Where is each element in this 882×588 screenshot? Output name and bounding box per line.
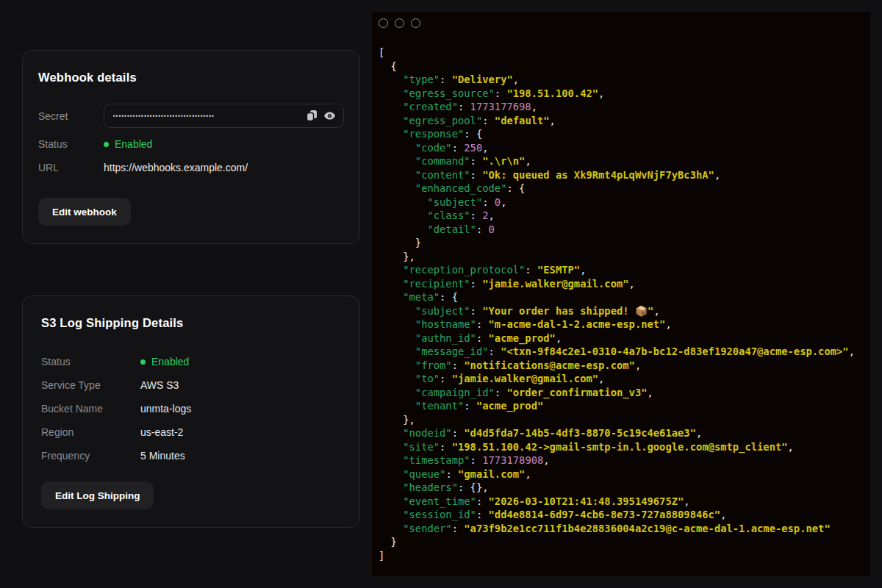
s3-frequency-value: 5 Minutes: [140, 450, 185, 462]
json-line: },: [379, 250, 870, 264]
window-controls: [372, 12, 870, 28]
json-line: "timestamp": 1773178908,: [379, 453, 870, 467]
s3-bucket-name-label: Bucket Name: [41, 403, 103, 415]
json-line: "subject": 0,: [379, 196, 870, 209]
eye-icon[interactable]: [323, 110, 336, 122]
status-dot-icon: [140, 359, 146, 365]
json-line: "nodeid": "d4d5fda7-14b5-4df3-8870-5c19c…: [379, 426, 870, 440]
webhook-url-value: https://webhooks.example.com/: [104, 162, 248, 173]
json-line: ]: [379, 549, 870, 563]
s3-service-type-label: Service Type: [41, 379, 101, 391]
json-line: "created": 1773177698,: [379, 100, 870, 114]
edit-webhook-button[interactable]: Edit webhook: [38, 198, 131, 226]
json-line: "campaign_id": "order_confirmation_v3",: [379, 386, 870, 400]
json-line: }: [379, 535, 870, 549]
json-line: "enhanced_code": {: [379, 182, 870, 196]
json-line: "subject": "Your order has shipped! 📦",: [379, 304, 870, 318]
secret-masked-value: ▪▪▪▪▪▪▪▪▪▪▪▪▪▪▪▪▪▪▪▪▪▪▪▪▪▪▪▪▪▪▪▪▪▪▪▪: [113, 112, 306, 119]
json-line: "command": ".\r\n",: [379, 154, 870, 168]
event-json-terminal: [ { "type": "Delivery", "egress_source":…: [372, 12, 870, 576]
webhook-status-badge: Enabled: [104, 138, 152, 150]
s3-region-value: us-east-2: [140, 426, 183, 438]
json-line: },: [379, 413, 870, 427]
secret-actions: [306, 110, 336, 122]
json-line: "message_id": "<txn-9f84c2e1-0310-4a7b-b…: [379, 345, 870, 359]
webhook-status-value: Enabled: [115, 138, 152, 150]
window-dot-icon[interactable]: [379, 18, 388, 28]
json-line: [: [379, 46, 870, 60]
json-line: "egress_pool": "default",: [379, 114, 870, 128]
json-line: "to": "jamie.walker@gmail.com",: [379, 372, 870, 386]
json-line: "authn_id": "acme_prod",: [379, 331, 870, 345]
json-line: "content": "Ok: queued as Xk9Rmt4pLqWvNj…: [379, 168, 870, 182]
json-line: "code": 250,: [379, 141, 870, 155]
status-dot-icon: [104, 142, 109, 147]
secret-input[interactable]: ▪▪▪▪▪▪▪▪▪▪▪▪▪▪▪▪▪▪▪▪▪▪▪▪▪▪▪▪▪▪▪▪▪▪▪▪: [104, 104, 344, 128]
window-dot-icon[interactable]: [395, 18, 404, 28]
secret-label: Secret: [38, 110, 68, 122]
s3-card-title: S3 Log Shipping Details: [41, 316, 183, 330]
json-line: "tenant": "acme_prod": [379, 399, 870, 413]
json-line: "sender": "a73f9b2e1cc711f1b4e28836004a2…: [379, 522, 870, 536]
s3-service-type-value: AWS S3: [140, 379, 179, 391]
json-line: "class": 2,: [379, 209, 870, 223]
json-line: "hostname": "m-acme-dal-1-2.acme-esp.net…: [379, 318, 870, 331]
json-line: }: [379, 236, 870, 250]
json-line: "from": "notifications@acme-esp.com",: [379, 359, 870, 373]
json-line: "queue": "gmail.com",: [379, 467, 870, 481]
json-line: "response": {: [379, 127, 870, 141]
json-line: "type": "Delivery",: [379, 73, 870, 87]
json-line: "recipient": "jamie.walker@gmail.com",: [379, 277, 870, 291]
webhook-url-label: URL: [38, 162, 59, 173]
s3-region-label: Region: [41, 426, 74, 438]
json-line: "site": "198.51.100.42->gmail-smtp-in.l.…: [379, 440, 870, 454]
json-line: "meta": {: [379, 290, 870, 304]
webhook-card-title: Webhook details: [38, 71, 137, 85]
s3-bucket-name-value: unmta-logs: [140, 403, 191, 415]
s3-status-badge: Enabled: [140, 356, 189, 368]
json-line: "detail": 0: [379, 223, 870, 237]
s3-frequency-label: Frequency: [41, 450, 90, 462]
json-line: "headers": {},: [379, 481, 870, 495]
s3-status-value: Enabled: [151, 356, 189, 368]
s3-status-label: Status: [41, 356, 71, 368]
json-line: "reception_protocol": "ESMTP",: [379, 263, 870, 277]
window-dot-icon[interactable]: [411, 18, 420, 28]
json-line: "session_id": "dd4e8814-6d97-4cb6-8e73-7…: [379, 508, 870, 522]
edit-log-shipping-button[interactable]: Edit Log Shipping: [41, 481, 154, 509]
json-code: [ { "type": "Delivery", "egress_source":…: [379, 46, 870, 562]
webhook-details-card: Webhook details Secret ▪▪▪▪▪▪▪▪▪▪▪▪▪▪▪▪▪…: [22, 50, 360, 244]
json-line: "event_time": "2026-03-10T21:41:48.39514…: [379, 495, 870, 509]
json-line: {: [379, 60, 870, 74]
json-line: "egress_source": "198.51.100.42",: [379, 87, 870, 101]
s3-log-shipping-card: S3 Log Shipping Details Status Enabled S…: [22, 295, 360, 528]
webhook-status-label: Status: [38, 138, 68, 150]
copy-icon[interactable]: [306, 110, 318, 122]
